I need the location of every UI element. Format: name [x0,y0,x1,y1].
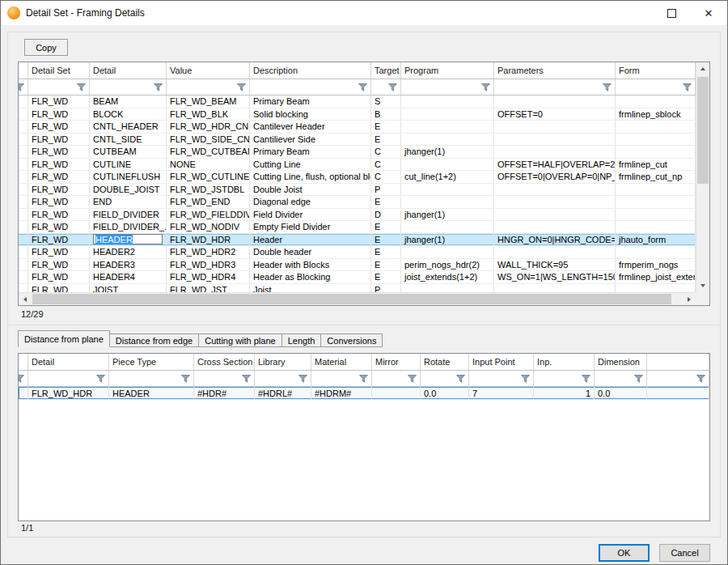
table-cell[interactable]: CNTL_HEADER [90,121,167,133]
close-button[interactable]: ✕ [690,1,727,25]
table-cell[interactable]: FLR_WD_JSTDBL [167,184,250,196]
table-cell[interactable]: E [371,271,401,283]
table-cell[interactable] [19,134,28,146]
table-cell[interactable]: jhauto_form [616,234,696,246]
table-cell[interactable] [19,96,28,108]
filter-icon[interactable] [683,83,692,91]
table-cell[interactable]: HEADER [90,234,167,246]
table-cell[interactable]: FLR_WD_BEAM [167,96,250,108]
table-cell[interactable]: Header [250,234,371,246]
table-row[interactable]: FLR_WDCNTL_SIDEFLR_WD_SIDE_CN...Cantilie… [19,134,696,147]
filter-icon[interactable] [603,83,612,91]
column-header-inp[interactable]: Inp. [534,354,595,370]
filter-cell-value[interactable] [167,79,250,95]
table-cell[interactable] [401,121,494,133]
column-header-material[interactable]: Material [311,354,372,370]
table-cell[interactable]: FLR_WD [28,96,90,108]
table-cell[interactable]: S [371,96,401,108]
table-cell[interactable] [647,387,709,399]
column-header-library[interactable]: Library [255,354,311,370]
table-cell[interactable] [19,196,28,208]
table-row[interactable]: FLR_WDCUTLINENONECutting LineCOFFSET=HAL… [19,159,696,172]
table-cell[interactable] [401,196,494,208]
filter-icon[interactable] [582,375,590,383]
table-cell[interactable] [19,121,28,133]
table-cell[interactable] [616,196,696,208]
table-cell[interactable]: Empty Field Divider [250,221,371,233]
table-cell[interactable]: HEADER [109,387,194,399]
table-cell[interactable]: FLR_WD [28,121,90,133]
tab-conversions[interactable]: Conversions [320,333,383,347]
table-cell[interactable]: FLR_WD [28,209,90,221]
table-cell[interactable]: frmlinep_cut_np [616,171,696,183]
table-cell[interactable] [616,209,696,221]
filter-icon[interactable] [19,83,24,91]
table-cell[interactable] [616,134,696,146]
table-cell[interactable] [19,108,28,121]
filter-icon[interactable] [481,83,490,91]
filter-cell-cross-section[interactable] [194,371,255,386]
table-cell[interactable]: E [371,134,401,146]
table-cell[interactable]: Solid blocking [250,108,371,121]
table-cell[interactable]: CNTL_SIDE [90,134,167,146]
table-cell[interactable]: BEAM [90,96,167,108]
filter-icon[interactable] [181,375,190,383]
filter-icon[interactable] [358,83,367,91]
table-row[interactable]: FLR_WDCUTBEAMFLR_WD_CUTBEAMPrimary BeamC… [19,146,696,159]
column-header-cross-section[interactable]: Cross Section [194,354,255,370]
table-row[interactable]: FLR_WDFIELD_DIVIDERFLR_WD_FIELDDIVField … [19,209,696,222]
table-cell[interactable]: 7 [469,387,534,399]
table-cell[interactable] [401,134,494,146]
filter-cell-rotate[interactable] [421,371,469,386]
filter-cell-library[interactable] [255,371,311,386]
table-cell[interactable] [19,221,28,233]
table-row[interactable]: FLR_WDCNTL_HEADERFLR_WD_HDR_CN...Cantile… [19,121,696,134]
table-cell[interactable]: FLR_WD_HDR [28,387,109,399]
table-cell[interactable]: CUTBEAM [90,146,167,158]
filter-cell-inp[interactable] [534,371,595,386]
table-cell[interactable]: FLR_WD [28,271,90,283]
table-cell[interactable]: FIELD_DIVIDER_... [90,221,167,233]
table-cell[interactable]: FLR_WD [28,146,90,158]
filter-cell-detail-set[interactable] [28,79,90,95]
scroll-up-button[interactable] [696,62,709,75]
table-cell[interactable]: END [90,196,167,208]
filter-icon[interactable] [77,83,86,91]
column-header-value[interactable]: Value [167,62,250,79]
filter-icon[interactable] [237,83,246,91]
table-row[interactable]: FLR_WDHEADER4FLR_WD_HDR4Header as Blocki… [19,271,696,284]
column-header-form[interactable]: Form [616,62,696,79]
column-header-rotate[interactable]: Rotate [421,354,469,370]
filter-icon[interactable] [19,375,24,383]
table-cell[interactable] [616,221,696,233]
table-cell[interactable] [616,96,696,108]
table-cell[interactable] [494,221,616,233]
table-row[interactable]: FLR_WDFIELD_DIVIDER_...FLR_WD_NODIVEmpty… [19,221,696,234]
filter-cell-detail[interactable] [90,79,167,95]
table-cell[interactable]: HNGR_ON=0|HNGR_CODE=<>|... [494,234,616,246]
maximize-button[interactable] [653,1,690,25]
table-cell[interactable]: DOUBLE_JOIST [90,184,167,196]
table-cell[interactable]: Field Divider [250,209,371,221]
tab-length[interactable]: Length [281,333,322,347]
table-cell[interactable] [19,234,28,246]
column-header-target[interactable]: Target [371,62,401,79]
filter-icon[interactable] [634,375,643,383]
table-cell[interactable] [494,184,616,196]
table-cell[interactable]: E [371,246,401,258]
column-header-parameters[interactable]: Parameters [494,62,616,79]
filter-cell-piece-type[interactable] [109,371,194,386]
table-row[interactable]: FLR_WDBEAMFLR_WD_BEAMPrimary BeamS [19,96,696,108]
table-cell[interactable]: FLR_WD_SIDE_CN... [167,134,250,146]
table-cell[interactable] [401,108,494,121]
filter-icon[interactable] [521,375,530,383]
filter-cell-dimension[interactable] [595,371,647,386]
scroll-left-button[interactable] [19,293,32,305]
filter-cell-input-point[interactable] [469,371,534,386]
horizontal-scrollbar[interactable] [19,292,696,305]
column-header-piece-type[interactable]: Piece Type [109,354,194,370]
table-cell[interactable] [616,184,696,196]
filter-cell-material[interactable] [311,371,372,386]
table-cell[interactable]: Header with Blocks [250,259,371,271]
filter-cell-parameters[interactable] [494,79,616,95]
